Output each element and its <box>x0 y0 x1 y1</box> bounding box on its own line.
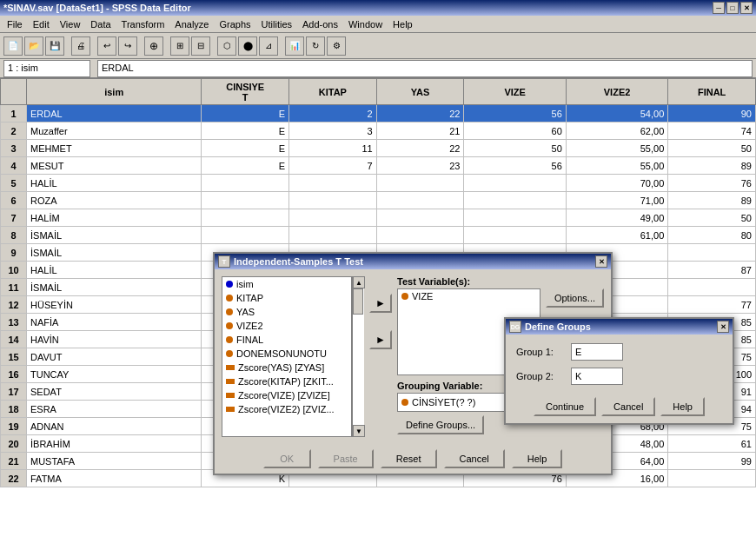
define-groups-close-button[interactable]: ✕ <box>717 321 729 333</box>
var-dot-icon <box>226 350 233 357</box>
menu-file[interactable]: File <box>2 17 28 31</box>
var-item-label: VIZE2 <box>236 321 263 331</box>
scroll-track[interactable] <box>353 288 364 425</box>
t-test-close-button[interactable]: ✕ <box>595 255 607 268</box>
var-list-item[interactable]: FINAL <box>222 333 351 347</box>
options-button[interactable]: ⚙ <box>327 36 346 56</box>
var-item-label: FINAL <box>236 335 263 345</box>
toolbar: 📄 📂 💾 🖨 ↩ ↪ ⊕ ⊞ ⊟ ⬡ ⬤ ⊿ 📊 ↻ ⚙ <box>0 33 756 59</box>
define-groups-body: Group 1: Group 2: <box>506 335 733 394</box>
group2-label: Group 2: <box>516 371 564 381</box>
menu-edit[interactable]: Edit <box>28 17 55 31</box>
menu-transform[interactable]: Transform <box>116 17 170 31</box>
continue-button[interactable]: Continue <box>534 397 596 416</box>
insert-cases-button[interactable]: ⊞ <box>170 36 189 56</box>
weight-cases-button[interactable]: ⊿ <box>259 36 278 56</box>
add-group-var-button[interactable]: ► <box>369 330 392 349</box>
group2-input[interactable] <box>571 368 623 385</box>
var-list-item[interactable]: Zscore(YAS) [ZYAS] <box>222 361 351 374</box>
var-list-item[interactable]: YAS <box>222 305 351 319</box>
var-item-label: Zscore(VIZE2) [ZVIZ... <box>238 404 335 414</box>
chart-button[interactable]: 📊 <box>285 36 304 56</box>
var-dot-icon <box>226 407 235 412</box>
var-list-item[interactable]: isim <box>222 277 351 291</box>
scroll-thumb[interactable] <box>353 288 363 315</box>
var-item-label: YAS <box>236 307 255 317</box>
title-bar: *SINAV.sav [DataSet1] - SPSS Data Editor… <box>0 0 756 16</box>
group2-row: Group 2: <box>516 368 722 385</box>
var-list-item[interactable]: Zscore(VIZE) [ZVIZE] <box>222 388 351 402</box>
define-groups-button[interactable]: Define Groups... <box>397 415 484 434</box>
var-list-scrollbar[interactable]: ▲ ▼ <box>352 276 364 437</box>
menu-data[interactable]: Data <box>85 17 116 31</box>
app-title: *SINAV.sav [DataSet1] - SPSS Data Editor <box>3 3 713 13</box>
menu-bar: File Edit View Data Transform Analyze Gr… <box>0 16 756 33</box>
var-item-label: Zscore(VIZE) [ZVIZE] <box>238 390 330 401</box>
var-list-item[interactable]: DONEMSONUNOTU <box>222 347 351 361</box>
var-dot-icon <box>226 295 233 302</box>
refresh-button[interactable]: ↻ <box>306 36 325 56</box>
paste-button[interactable]: Paste <box>318 449 374 468</box>
split-file-button[interactable]: ⬡ <box>217 36 236 56</box>
menu-graphs[interactable]: Graphs <box>214 17 255 31</box>
insert-variable-button[interactable]: ⊟ <box>191 36 210 56</box>
menu-addons[interactable]: Add-ons <box>297 17 343 31</box>
var-item-label: DONEMSONUNOTU <box>236 348 327 359</box>
define-groups-title-bar: DG Define Groups ✕ <box>506 319 733 335</box>
options-button[interactable]: Options... <box>546 288 604 308</box>
var-dot-icon <box>226 281 233 288</box>
undo-button[interactable]: ↩ <box>97 36 116 56</box>
redo-button[interactable]: ↪ <box>118 36 137 56</box>
group-var-dot <box>401 399 408 406</box>
cancel-button[interactable]: Cancel <box>444 449 505 468</box>
ok-button[interactable]: OK <box>263 449 311 468</box>
t-test-title-bar: T Independent-Samples T Test ✕ <box>215 254 611 269</box>
t-test-icon: T <box>218 255 230 268</box>
close-button[interactable]: ✕ <box>740 2 753 14</box>
t-test-title: Independent-Samples T Test <box>234 256 363 267</box>
var-value-display[interactable]: ERDAL <box>97 60 753 77</box>
test-var-vize: VIZE <box>412 291 433 302</box>
var-list-item[interactable]: Zscore(KITAP) [ZKIT... <box>222 374 351 388</box>
var-item-label: Zscore(YAS) [ZYAS] <box>238 362 324 373</box>
var-dot-icon <box>226 322 233 329</box>
test-var-label: Test Variable(s): <box>397 276 540 287</box>
scroll-down-button[interactable]: ▼ <box>353 425 365 437</box>
var-item-label: KITAP <box>236 293 263 303</box>
define-help-button[interactable]: Help <box>660 397 705 416</box>
var-dot-icon <box>226 308 233 315</box>
help-button[interactable]: Help <box>512 449 563 468</box>
group1-input[interactable] <box>571 343 623 361</box>
var-item-label: Zscore(KITAP) [ZKIT... <box>238 376 334 387</box>
select-cases-button[interactable]: ⬤ <box>238 36 257 56</box>
menu-help[interactable]: Help <box>388 17 418 31</box>
variable-list[interactable]: isimKITAPYASVIZE2FINALDONEMSONUNOTUZscor… <box>222 276 352 437</box>
var-list-section: isimKITAPYASVIZE2FINALDONEMSONUNOTUZscor… <box>222 276 364 437</box>
scroll-up-button[interactable]: ▲ <box>353 276 365 288</box>
var-list-item[interactable]: KITAP <box>222 291 351 305</box>
define-groups-dialog: DG Define Groups ✕ Group 1: Group 2: Con… <box>504 317 734 425</box>
menu-analyze[interactable]: Analyze <box>169 17 214 31</box>
save-button[interactable]: 💾 <box>45 36 64 56</box>
define-cancel-button[interactable]: Cancel <box>601 397 655 416</box>
find-button[interactable]: ⊕ <box>144 36 163 56</box>
menu-view[interactable]: View <box>55 17 86 31</box>
arrows-column: ► ► <box>369 276 392 437</box>
reset-button[interactable]: Reset <box>381 449 437 468</box>
new-file-button[interactable]: 📄 <box>3 36 23 56</box>
define-groups-icon: DG <box>509 321 521 333</box>
minimize-button[interactable]: ─ <box>713 2 725 14</box>
print-button[interactable]: 🖨 <box>71 36 90 56</box>
define-groups-footer: Continue Cancel Help <box>506 394 733 423</box>
t-test-footer: OK Paste Reset Cancel Help <box>215 444 611 474</box>
var-name-display: 1 : isim <box>3 60 90 77</box>
maximize-button[interactable]: □ <box>726 2 739 14</box>
menu-window[interactable]: Window <box>343 17 388 31</box>
open-button[interactable]: 📂 <box>24 36 43 56</box>
var-list-item[interactable]: Zscore(VIZE2) [ZVIZ... <box>222 402 351 416</box>
main-area: isim CINSIYET KITAP YAS VIZE VIZE2 FINAL… <box>0 78 756 550</box>
define-groups-title: Define Groups <box>525 321 591 332</box>
add-test-var-button[interactable]: ► <box>369 294 392 313</box>
var-list-item[interactable]: VIZE2 <box>222 319 351 333</box>
menu-utilities[interactable]: Utilities <box>256 17 297 31</box>
